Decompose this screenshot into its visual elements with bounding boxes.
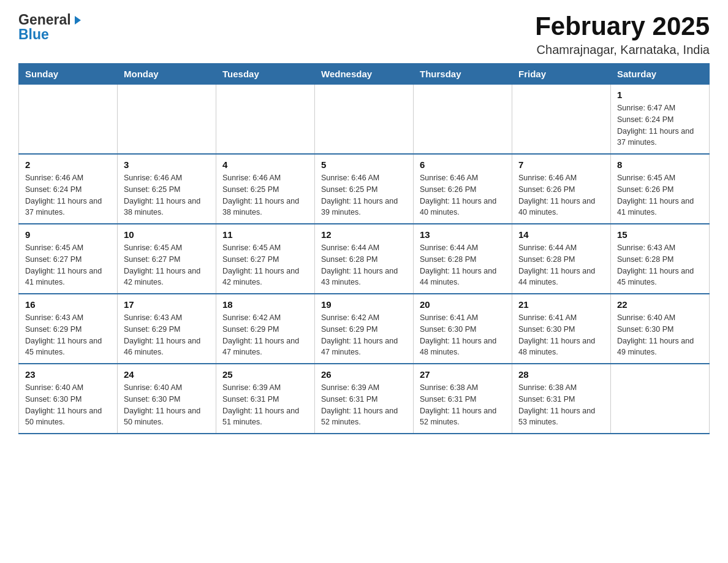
calendar-cell: 25Sunrise: 6:39 AMSunset: 6:31 PMDayligh… xyxy=(216,364,315,434)
calendar-cell: 21Sunrise: 6:41 AMSunset: 6:30 PMDayligh… xyxy=(512,294,611,364)
calendar-cell: 26Sunrise: 6:39 AMSunset: 6:31 PMDayligh… xyxy=(315,364,414,434)
calendar-cell: 28Sunrise: 6:38 AMSunset: 6:31 PMDayligh… xyxy=(512,364,611,434)
logo-arrow-icon xyxy=(72,15,83,28)
day-number: 27 xyxy=(420,369,506,380)
page-header: General Blue February 2025 Chamrajnagar,… xyxy=(18,12,710,57)
location: Chamrajnagar, Karnataka, India xyxy=(535,43,710,57)
calendar-cell: 6Sunrise: 6:46 AMSunset: 6:26 PMDaylight… xyxy=(414,154,512,224)
calendar-table: Sunday Monday Tuesday Wednesday Thursday… xyxy=(18,63,710,434)
calendar-cell: 17Sunrise: 6:43 AMSunset: 6:29 PMDayligh… xyxy=(118,294,216,364)
calendar-week-1: 1Sunrise: 6:47 AMSunset: 6:24 PMDaylight… xyxy=(19,85,710,155)
calendar-cell: 27Sunrise: 6:38 AMSunset: 6:31 PMDayligh… xyxy=(414,364,512,434)
calendar-cell: 15Sunrise: 6:43 AMSunset: 6:28 PMDayligh… xyxy=(611,224,710,294)
calendar-cell xyxy=(19,85,118,155)
day-info: Sunrise: 6:46 AMSunset: 6:26 PMDaylight:… xyxy=(518,172,604,218)
day-info: Sunrise: 6:44 AMSunset: 6:28 PMDaylight:… xyxy=(321,242,407,288)
day-number: 10 xyxy=(124,229,210,240)
calendar-cell: 22Sunrise: 6:40 AMSunset: 6:30 PMDayligh… xyxy=(611,294,710,364)
calendar-cell xyxy=(216,85,315,155)
calendar-cell: 1Sunrise: 6:47 AMSunset: 6:24 PMDaylight… xyxy=(611,85,710,155)
calendar-cell xyxy=(414,85,512,155)
calendar-cell: 4Sunrise: 6:46 AMSunset: 6:25 PMDaylight… xyxy=(216,154,315,224)
header-friday: Friday xyxy=(512,64,611,85)
day-number: 4 xyxy=(222,159,308,170)
day-number: 25 xyxy=(222,369,308,380)
calendar-cell xyxy=(118,85,216,155)
day-number: 23 xyxy=(25,369,111,380)
day-number: 16 xyxy=(25,299,111,310)
calendar-cell xyxy=(611,364,710,434)
day-info: Sunrise: 6:43 AMSunset: 6:29 PMDaylight:… xyxy=(25,312,111,358)
calendar-cell: 8Sunrise: 6:45 AMSunset: 6:26 PMDaylight… xyxy=(611,154,710,224)
day-info: Sunrise: 6:47 AMSunset: 6:24 PMDaylight:… xyxy=(617,102,703,148)
svg-marker-0 xyxy=(75,16,81,25)
calendar-cell: 18Sunrise: 6:42 AMSunset: 6:29 PMDayligh… xyxy=(216,294,315,364)
calendar-cell: 7Sunrise: 6:46 AMSunset: 6:26 PMDaylight… xyxy=(512,154,611,224)
calendar-week-3: 9Sunrise: 6:45 AMSunset: 6:27 PMDaylight… xyxy=(19,224,710,294)
day-number: 17 xyxy=(124,299,210,310)
day-number: 24 xyxy=(124,369,210,380)
calendar-cell: 24Sunrise: 6:40 AMSunset: 6:30 PMDayligh… xyxy=(118,364,216,434)
day-info: Sunrise: 6:42 AMSunset: 6:29 PMDaylight:… xyxy=(222,312,308,358)
calendar-cell: 14Sunrise: 6:44 AMSunset: 6:28 PMDayligh… xyxy=(512,224,611,294)
day-info: Sunrise: 6:41 AMSunset: 6:30 PMDaylight:… xyxy=(420,312,506,358)
day-number: 5 xyxy=(321,159,407,170)
day-number: 28 xyxy=(518,369,604,380)
day-info: Sunrise: 6:43 AMSunset: 6:29 PMDaylight:… xyxy=(124,312,210,358)
day-info: Sunrise: 6:46 AMSunset: 6:24 PMDaylight:… xyxy=(25,172,111,218)
day-info: Sunrise: 6:38 AMSunset: 6:31 PMDaylight:… xyxy=(518,382,604,428)
day-info: Sunrise: 6:41 AMSunset: 6:30 PMDaylight:… xyxy=(518,312,604,358)
day-info: Sunrise: 6:44 AMSunset: 6:28 PMDaylight:… xyxy=(420,242,506,288)
calendar-cell: 20Sunrise: 6:41 AMSunset: 6:30 PMDayligh… xyxy=(414,294,512,364)
header-wednesday: Wednesday xyxy=(315,64,414,85)
day-number: 6 xyxy=(420,159,506,170)
day-number: 13 xyxy=(420,229,506,240)
day-number: 26 xyxy=(321,369,407,380)
calendar-cell: 2Sunrise: 6:46 AMSunset: 6:24 PMDaylight… xyxy=(19,154,118,224)
day-number: 21 xyxy=(518,299,604,310)
calendar-week-2: 2Sunrise: 6:46 AMSunset: 6:24 PMDaylight… xyxy=(19,154,710,224)
day-info: Sunrise: 6:44 AMSunset: 6:28 PMDaylight:… xyxy=(518,242,604,288)
day-info: Sunrise: 6:40 AMSunset: 6:30 PMDaylight:… xyxy=(124,382,210,428)
calendar-cell: 23Sunrise: 6:40 AMSunset: 6:30 PMDayligh… xyxy=(19,364,118,434)
day-number: 15 xyxy=(617,229,703,240)
day-number: 1 xyxy=(617,90,703,100)
calendar-cell: 11Sunrise: 6:45 AMSunset: 6:27 PMDayligh… xyxy=(216,224,315,294)
calendar-cell: 3Sunrise: 6:46 AMSunset: 6:25 PMDaylight… xyxy=(118,154,216,224)
day-info: Sunrise: 6:45 AMSunset: 6:27 PMDaylight:… xyxy=(124,242,210,288)
day-number: 12 xyxy=(321,229,407,240)
calendar-week-4: 16Sunrise: 6:43 AMSunset: 6:29 PMDayligh… xyxy=(19,294,710,364)
day-number: 20 xyxy=(420,299,506,310)
day-number: 18 xyxy=(222,299,308,310)
day-info: Sunrise: 6:46 AMSunset: 6:25 PMDaylight:… xyxy=(321,172,407,218)
day-number: 2 xyxy=(25,159,111,170)
day-info: Sunrise: 6:38 AMSunset: 6:31 PMDaylight:… xyxy=(420,382,506,428)
day-number: 14 xyxy=(518,229,604,240)
month-year: February 2025 xyxy=(535,12,710,40)
calendar-week-5: 23Sunrise: 6:40 AMSunset: 6:30 PMDayligh… xyxy=(19,364,710,434)
calendar-cell: 9Sunrise: 6:45 AMSunset: 6:27 PMDaylight… xyxy=(19,224,118,294)
header-sunday: Sunday xyxy=(19,64,118,85)
day-number: 11 xyxy=(222,229,308,240)
header-saturday: Saturday xyxy=(611,64,710,85)
logo-general: General xyxy=(18,13,71,27)
day-number: 9 xyxy=(25,229,111,240)
day-info: Sunrise: 6:40 AMSunset: 6:30 PMDaylight:… xyxy=(25,382,111,428)
day-info: Sunrise: 6:46 AMSunset: 6:25 PMDaylight:… xyxy=(124,172,210,218)
weekday-header-row: Sunday Monday Tuesday Wednesday Thursday… xyxy=(19,64,710,85)
day-number: 22 xyxy=(617,299,703,310)
calendar-cell: 13Sunrise: 6:44 AMSunset: 6:28 PMDayligh… xyxy=(414,224,512,294)
header-tuesday: Tuesday xyxy=(216,64,315,85)
calendar-cell: 10Sunrise: 6:45 AMSunset: 6:27 PMDayligh… xyxy=(118,224,216,294)
calendar-cell: 5Sunrise: 6:46 AMSunset: 6:25 PMDaylight… xyxy=(315,154,414,224)
day-info: Sunrise: 6:42 AMSunset: 6:29 PMDaylight:… xyxy=(321,312,407,358)
day-info: Sunrise: 6:45 AMSunset: 6:26 PMDaylight:… xyxy=(617,172,703,218)
day-info: Sunrise: 6:46 AMSunset: 6:26 PMDaylight:… xyxy=(420,172,506,218)
day-info: Sunrise: 6:46 AMSunset: 6:25 PMDaylight:… xyxy=(222,172,308,218)
calendar-cell xyxy=(512,85,611,155)
day-info: Sunrise: 6:43 AMSunset: 6:28 PMDaylight:… xyxy=(617,242,703,288)
calendar-cell: 12Sunrise: 6:44 AMSunset: 6:28 PMDayligh… xyxy=(315,224,414,294)
logo-blue: Blue xyxy=(18,28,83,42)
day-number: 8 xyxy=(617,159,703,170)
day-info: Sunrise: 6:39 AMSunset: 6:31 PMDaylight:… xyxy=(321,382,407,428)
